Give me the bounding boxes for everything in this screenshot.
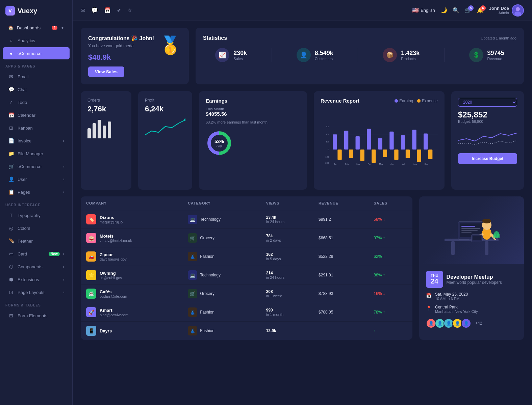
- company-logo: 🚗: [86, 251, 96, 262]
- sidebar-item-extensions[interactable]: ⬢ Extensions ›: [3, 273, 70, 286]
- donut-sub: App: [214, 144, 224, 147]
- sidebar-item-form-elements[interactable]: ⊟ Form Elements: [3, 309, 70, 322]
- cat-icon: 👗: [188, 326, 197, 335]
- calendar-top-icon[interactable]: 📅: [104, 7, 111, 14]
- sidebar-item-email[interactable]: ✉ Email: [3, 71, 70, 83]
- revenue-cell: $783.93: [313, 285, 368, 303]
- sales-cell: 16% ↓: [368, 285, 412, 303]
- sidebar-item-ecommerce[interactable]: ● eCommerce: [3, 47, 70, 59]
- increase-budget-button[interactable]: Increase Budget: [458, 153, 517, 164]
- views-main: 78k: [266, 234, 308, 238]
- category-cell: 💻 Technology: [182, 266, 260, 285]
- company-logo: 🏷️: [86, 214, 96, 224]
- svg-text:300: 300: [326, 126, 330, 128]
- task-icon[interactable]: ✔: [117, 7, 121, 14]
- sidebar-item-invoice[interactable]: 📄 Invoice ›: [3, 135, 70, 147]
- earnings-month: This Month: [206, 107, 300, 111]
- topbar: ✉ 💬 📅 ✔ ☆ 🇺🇸 English 🌙 🔍 🛒 5 🔔 6: [73, 0, 532, 21]
- bar-5: [108, 122, 111, 138]
- company-logo: 📱: [86, 326, 96, 336]
- form-icon: ⊟: [8, 313, 14, 318]
- company-name: Zipcar: [100, 252, 127, 257]
- svg-rect-23: [367, 129, 371, 150]
- message-icon[interactable]: 💬: [91, 7, 98, 14]
- chevron-right-icon-6: ›: [63, 265, 64, 269]
- profit-label: Profit: [145, 98, 185, 103]
- views-main: 12.9k: [266, 328, 308, 333]
- notifications-button[interactable]: 🔔 6: [477, 7, 484, 14]
- svg-rect-53: [461, 232, 472, 233]
- event-day-num: 24: [431, 277, 438, 285]
- svg-rect-46: [485, 241, 488, 255]
- svg-point-62: [497, 234, 500, 238]
- company-email: bipri@cawiw.com: [100, 313, 128, 317]
- content-area: Congratulations 🎉 John! You have won gol…: [73, 21, 532, 405]
- sidebar-item-todo[interactable]: ✓ Todo: [3, 96, 70, 108]
- chevron-right-icon-8: ›: [63, 291, 64, 294]
- sidebar-item-file-manager[interactable]: 📁 File Manager: [3, 147, 70, 160]
- revenue-cell: $780.05: [313, 303, 368, 322]
- sidebar-item-dashboards[interactable]: 🏠 Dashboards 2 ▼: [3, 22, 70, 34]
- year-selector[interactable]: 2020 2021: [458, 98, 517, 107]
- views-sub: in 1 month: [266, 313, 308, 317]
- user-profile[interactable]: John Doe Admin: [489, 4, 524, 17]
- budget-sparkline: [458, 127, 517, 147]
- sidebar-item-analytics[interactable]: ○ Analytics: [3, 34, 70, 47]
- cat-icon: 💻: [188, 270, 197, 280]
- row-3: COMPANY CATEGORY VIEWS REVENUE SALES 🏷️ …: [81, 196, 524, 340]
- mail-icon[interactable]: ✉: [81, 7, 85, 14]
- sidebar-item-colors[interactable]: ◎ Colors: [3, 222, 70, 234]
- category-cell: 🛒 Grocery: [182, 229, 260, 247]
- dark-mode-icon[interactable]: 🌙: [440, 7, 447, 14]
- cat-icon: 💻: [188, 215, 197, 224]
- earnings-amount: $4055.56: [206, 111, 300, 117]
- views-main: 162: [266, 252, 308, 257]
- sidebar-item-calendar[interactable]: 📅 Calendar: [3, 109, 70, 121]
- revenue-cell: $291.01: [313, 266, 368, 285]
- view-sales-button[interactable]: View Sales: [88, 66, 124, 77]
- forms-tables-label: FORMS & TABLES: [0, 299, 72, 309]
- chevron-right-icon-5: ›: [63, 252, 64, 256]
- cart-icon: 🛒: [8, 164, 14, 169]
- star-icon[interactable]: ☆: [127, 7, 132, 14]
- stats-header: Statistics Updated 1 month ago: [203, 35, 516, 41]
- sidebar-item-feather[interactable]: 🪶 Feather: [3, 235, 70, 247]
- svg-rect-22: [360, 150, 364, 161]
- views-main: 208: [266, 289, 308, 294]
- stat-sales: 📈 230k Sales: [215, 48, 247, 62]
- sidebar-logo[interactable]: V Vuexy: [0, 0, 72, 22]
- logo-icon: V: [5, 6, 15, 16]
- cart-button[interactable]: 🛒 5: [465, 7, 472, 14]
- views-cell: 23.4k in 24 hours: [261, 210, 313, 229]
- svg-rect-17: [333, 134, 337, 150]
- svg-rect-45: [451, 241, 455, 255]
- sidebar-item-kanban[interactable]: ⊞ Kanban: [3, 122, 70, 134]
- event-location-detail: 📍 Central Park Manhattan, New York City: [426, 305, 517, 314]
- event-date-box: THU 24: [426, 271, 443, 288]
- svg-rect-34: [428, 150, 432, 159]
- sidebar-item-ecommerce-menu[interactable]: 🛒 eCommerce ›: [3, 160, 70, 172]
- views-cell: 990 in 1 month: [261, 303, 313, 322]
- language-selector[interactable]: 🇺🇸 English: [412, 7, 435, 14]
- svg-rect-28: [394, 150, 398, 160]
- sales-trend: 88% ↑: [374, 273, 385, 277]
- sidebar-item-chat[interactable]: 💬 Chat: [3, 83, 70, 96]
- earnings-donut: 53% App: [206, 130, 233, 157]
- svg-text:Aug: Aug: [413, 163, 417, 165]
- sidebar-item-typography[interactable]: T Typography: [3, 209, 70, 221]
- event-desc: Meet world popular developers: [447, 280, 502, 285]
- sidebar-item-user[interactable]: 👤 User ›: [3, 173, 70, 185]
- sidebar-item-pages[interactable]: 📋 Pages ›: [3, 186, 70, 198]
- sales-cell: 88% ↑: [368, 266, 412, 285]
- circle-filled-icon: ●: [8, 51, 14, 56]
- profit-line-chart: [145, 118, 185, 137]
- table-row: 🏨 Motels vecav@hodzi.co.uk 🛒 Grocery 78k…: [81, 229, 412, 247]
- sidebar-item-page-layouts[interactable]: ⊡ Page Layouts ›: [3, 286, 70, 298]
- sidebar-item-components[interactable]: ⬡ Components ›: [3, 261, 70, 273]
- sidebar-item-card[interactable]: ▭ Card New ›: [3, 248, 70, 260]
- search-icon[interactable]: 🔍: [453, 7, 459, 14]
- svg-rect-58: [473, 236, 481, 240]
- bar-2: [93, 123, 96, 138]
- expense-legend: Expense: [417, 99, 438, 103]
- views-main: 990: [266, 308, 308, 313]
